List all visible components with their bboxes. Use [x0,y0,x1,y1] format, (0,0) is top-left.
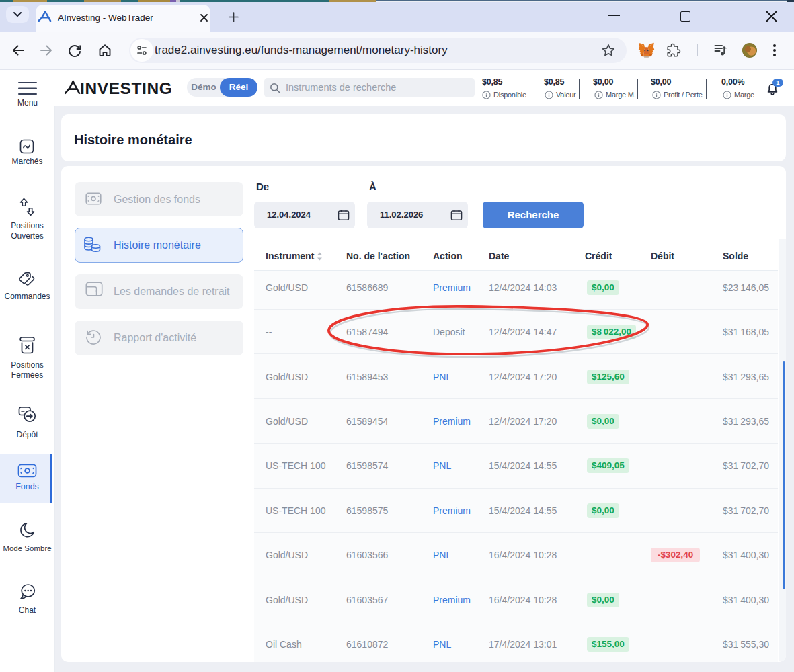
svg-text:INVESTING: INVESTING [80,79,172,96]
